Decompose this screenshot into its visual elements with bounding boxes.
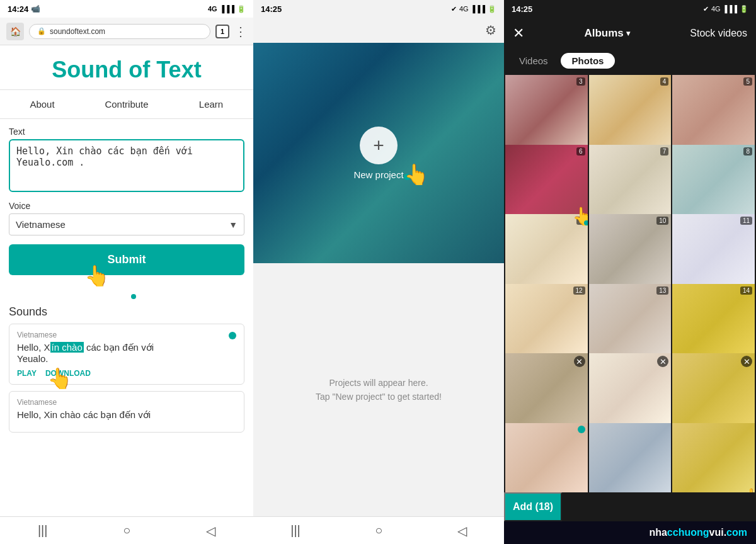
brand-chuong: cchuong bbox=[667, 527, 709, 538]
nav-about[interactable]: About bbox=[0, 90, 84, 118]
checkmark-3: ✔ bbox=[703, 5, 709, 13]
tab-photos[interactable]: Photos bbox=[561, 53, 616, 69]
signal-3: 4G ▐▐▐ bbox=[711, 5, 737, 13]
photos-header: ✕ Albums ▾ Stock videos bbox=[504, 18, 756, 49]
sound-text-1: Hello, Xín chào các bạn đến vớiYeualo. bbox=[17, 342, 236, 364]
media-tabs: Videos Photos bbox=[504, 49, 756, 74]
photos-grid: 3 4 5 6 👆 7 8 9 10 11 12 bbox=[504, 74, 756, 492]
voice-label: Voice bbox=[9, 201, 244, 211]
video-preview: + New project 👆 bbox=[253, 43, 504, 263]
battery-3: 🔋 bbox=[740, 5, 748, 13]
panel-video-editor: 14:25 ✔ 4G ▐▐▐ 🔋 ⚙ + New project 👆 Proje… bbox=[253, 0, 504, 544]
photo-selected-16 bbox=[578, 426, 585, 433]
nav-bar: About Contribute Learn bbox=[0, 89, 253, 119]
photo-thumb-17[interactable] bbox=[589, 423, 672, 493]
signal-2: 4G ▐▐▐ bbox=[459, 5, 485, 13]
status-bar-2: 14:25 ✔ 4G ▐▐▐ 🔋 bbox=[253, 0, 504, 18]
select-arrow-icon: ▼ bbox=[229, 220, 238, 230]
placeholder-line1: Projects will appear here. bbox=[316, 376, 442, 390]
voice-form-group: Voice Vietnamese English French ▼ bbox=[9, 201, 244, 235]
panel-photos: 14:25 ✔ 4G ▐▐▐ 🔋 ✕ Albums ▾ Stock videos… bbox=[504, 0, 756, 544]
tab-videos[interactable]: Videos bbox=[513, 53, 554, 69]
recent-btn-2[interactable]: ◁ bbox=[457, 523, 467, 538]
photo-close-13[interactable]: ✕ bbox=[574, 356, 585, 367]
photo-num-2: 4 bbox=[660, 77, 669, 86]
sound-lang-1: Vietnamese bbox=[17, 331, 236, 339]
albums-dropdown[interactable]: Albums ▾ bbox=[584, 27, 629, 40]
browser-bar: 🏠 🔒 soundoftext.com 1 ⋮ bbox=[0, 18, 253, 45]
sound-card-2: Vietnamese Hello, Xin chào các bạn đến v… bbox=[9, 391, 244, 433]
url-text: soundoftext.com bbox=[50, 27, 105, 36]
photo-num-1: 3 bbox=[576, 77, 585, 86]
sound-card-1: Vietnamese Hello, Xín chào các bạn đến v… bbox=[9, 324, 244, 385]
time-3: 14:25 bbox=[512, 4, 532, 14]
text-input[interactable]: Hello, Xin chào các bạn đến với Yeualo.c… bbox=[16, 145, 237, 183]
brand-nha: nha bbox=[649, 527, 667, 538]
photo-thumb-16[interactable] bbox=[505, 423, 588, 493]
submit-button[interactable]: Submit bbox=[9, 244, 244, 275]
text-label: Text bbox=[9, 127, 244, 137]
nav-contribute[interactable]: Contribute bbox=[84, 90, 169, 118]
new-project-label: New project bbox=[353, 169, 403, 180]
home-icon[interactable]: 🏠 bbox=[6, 23, 24, 40]
signal-4g-1: 4G bbox=[208, 5, 217, 13]
battery-2: 🔋 bbox=[488, 5, 496, 13]
footer-brand-bar: nhacchuongvui.com bbox=[504, 521, 756, 544]
bottom-nav-1: ||| ○ ◁ bbox=[0, 516, 253, 544]
app-header: Sound of Text bbox=[0, 45, 253, 89]
photo-dot-indicator bbox=[584, 220, 588, 225]
app-title: Sound of Text bbox=[6, 57, 247, 83]
submit-area: Submit 👆 bbox=[9, 244, 244, 275]
status-icons-2: ✔ 4G ▐▐▐ 🔋 bbox=[451, 5, 496, 13]
status-icons-3: ✔ 4G ▐▐▐ 🔋 bbox=[703, 5, 748, 13]
photo-thumb-18[interactable]: 👆 bbox=[672, 423, 755, 493]
photo-close-14[interactable]: ✕ bbox=[657, 356, 668, 367]
play-button-1[interactable]: PLAY bbox=[17, 369, 37, 378]
text-form-group: Text Hello, Xin chào các bạn đến với Yeu… bbox=[9, 127, 244, 192]
video-icon-1: 📹 bbox=[31, 4, 40, 13]
photo-num-3: 5 bbox=[743, 77, 752, 86]
browser-menu-icon[interactable]: ⋮ bbox=[234, 24, 247, 39]
photo-num-4: 6 bbox=[576, 147, 585, 156]
new-project-plus-icon: + bbox=[360, 127, 398, 164]
photo-close-15[interactable]: ✕ bbox=[741, 356, 752, 367]
green-dot-1 bbox=[229, 332, 236, 339]
sound-actions-1: PLAY DOWNLOAD bbox=[17, 369, 236, 378]
main-content: Text Hello, Xin chào các bạn đến với Yeu… bbox=[0, 119, 253, 516]
back-btn-2[interactable]: ||| bbox=[290, 523, 301, 538]
photo-num-8: 10 bbox=[656, 217, 668, 225]
footer-brand: nhacchuongvui.com bbox=[649, 527, 747, 538]
panel-soundoftext: 14:24 📹 4G ▐▐▐ 🔋 🏠 🔒 soundoftext.com 1 ⋮… bbox=[0, 0, 253, 544]
add-button-area: Add (18) bbox=[504, 492, 756, 521]
placeholder-line2: Tap "New project" to get started! bbox=[316, 390, 442, 404]
recent-btn-1[interactable]: ◁ bbox=[206, 523, 215, 538]
back-btn-1[interactable]: ||| bbox=[38, 523, 48, 538]
voice-select[interactable]: Vietnamese English French bbox=[16, 219, 229, 230]
settings-icon[interactable]: ⚙ bbox=[485, 23, 496, 38]
time-2: 14:25 bbox=[261, 4, 282, 14]
bottom-nav-2: ||| ○ ◁ bbox=[253, 516, 504, 544]
nav-learn[interactable]: Learn bbox=[169, 90, 253, 118]
projects-placeholder: Projects will appear here. Tap "New proj… bbox=[253, 263, 504, 516]
brand-com: com bbox=[726, 527, 747, 538]
add-button[interactable]: Add (18) bbox=[504, 492, 562, 521]
tab-badge[interactable]: 1 bbox=[215, 25, 229, 38]
home-btn-1[interactable]: ○ bbox=[123, 523, 130, 538]
download-button-1[interactable]: DOWNLOAD bbox=[45, 369, 91, 378]
battery-1: 🔋 bbox=[237, 5, 246, 13]
photo-num-5: 7 bbox=[660, 147, 669, 156]
url-bar[interactable]: 🔒 soundoftext.com bbox=[29, 24, 210, 39]
new-project-button[interactable]: + New project 👆 bbox=[353, 127, 403, 180]
sound-lang-2: Vietnamese bbox=[17, 398, 236, 407]
home-btn-2[interactable]: ○ bbox=[375, 523, 382, 538]
close-button[interactable]: ✕ bbox=[513, 25, 524, 42]
photo-num-9: 11 bbox=[740, 217, 752, 225]
lock-icon: 🔒 bbox=[37, 27, 46, 35]
brand-vui: vui bbox=[709, 527, 724, 538]
status-bar-3: 14:25 ✔ 4G ▐▐▐ 🔋 bbox=[504, 0, 756, 18]
chevron-down-icon: ▾ bbox=[626, 29, 630, 38]
add-cursor-hand: 👆 bbox=[742, 487, 755, 492]
photo-num-6: 8 bbox=[743, 147, 752, 156]
photo-num-11: 13 bbox=[656, 286, 668, 295]
stock-videos-button[interactable]: Stock videos bbox=[690, 28, 747, 39]
